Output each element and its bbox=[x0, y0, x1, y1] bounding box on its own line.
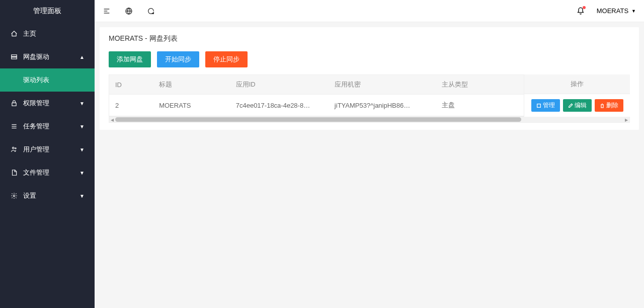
sidebar-item-label: 主页 bbox=[23, 29, 85, 38]
sidebar-subitem-label: 驱动列表 bbox=[23, 75, 49, 85]
stop-sync-button[interactable]: 停止同步 bbox=[205, 51, 248, 67]
col-action: 操作 bbox=[524, 74, 630, 94]
chevron-down-icon: ▼ bbox=[79, 101, 85, 106]
home-icon bbox=[10, 30, 18, 38]
cell-master-type: 主盘 bbox=[436, 95, 533, 116]
chevron-down-icon: ▼ bbox=[79, 170, 85, 176]
cell-id: 2 bbox=[109, 95, 153, 116]
manage-button[interactable]: 管理 bbox=[531, 99, 560, 112]
horizontal-scrollbar[interactable]: ◀ ▶ bbox=[109, 117, 630, 123]
chevron-up-icon: ▲ bbox=[79, 54, 85, 60]
svg-point-8 bbox=[13, 195, 15, 197]
col-title: 标题 bbox=[153, 75, 230, 95]
sidebar-subitem-drive-list[interactable]: 驱动列表 bbox=[0, 68, 95, 92]
svg-rect-0 bbox=[12, 55, 17, 57]
gear-icon bbox=[10, 192, 18, 200]
sidebar-item-drive[interactable]: 网盘驱动 ▲ bbox=[0, 45, 95, 68]
sidebar-item-tasks[interactable]: 任务管理 ▼ bbox=[0, 115, 95, 138]
lock-icon bbox=[10, 99, 18, 107]
files-icon bbox=[10, 169, 18, 177]
svg-rect-13 bbox=[537, 104, 540, 107]
col-master-type: 主从类型 bbox=[436, 75, 533, 95]
col-app-id: 应用ID bbox=[230, 75, 329, 95]
user-name: MOERATS bbox=[597, 7, 628, 15]
sidebar-item-label: 设置 bbox=[23, 191, 79, 200]
edit-button[interactable]: 编辑 bbox=[563, 99, 592, 112]
sidebar-item-settings[interactable]: 设置 ▼ bbox=[0, 184, 95, 207]
tasks-icon bbox=[10, 122, 18, 130]
sidebar-item-files[interactable]: 文件管理 ▼ bbox=[0, 161, 95, 184]
add-disk-button[interactable]: 添加网盘 bbox=[109, 51, 151, 67]
refresh-icon[interactable] bbox=[147, 7, 155, 15]
users-icon bbox=[10, 145, 18, 153]
chevron-down-icon: ▼ bbox=[79, 193, 85, 199]
user-menu[interactable]: MOERATS ▼ bbox=[597, 7, 636, 15]
scroll-right-icon[interactable]: ▶ bbox=[623, 117, 629, 123]
chevron-down-icon: ▼ bbox=[631, 9, 636, 14]
sidebar-item-permission[interactable]: 权限管理 ▼ bbox=[0, 92, 95, 115]
page-title: MOERATS - 网盘列表 bbox=[109, 34, 630, 43]
sidebar-item-label: 用户管理 bbox=[23, 145, 79, 154]
sidebar-item-label: 网盘驱动 bbox=[23, 52, 79, 61]
sidebar-item-home[interactable]: 主页 bbox=[0, 22, 95, 45]
svg-rect-1 bbox=[12, 57, 17, 59]
cell-app-id: 7c4ee017-18ca-4e28-8… bbox=[230, 95, 329, 116]
sidebar-item-users[interactable]: 用户管理 ▼ bbox=[0, 138, 95, 161]
cell-app-secret: jiTYAMP53?^janipHB86… bbox=[329, 95, 436, 116]
notification-dot bbox=[583, 6, 586, 9]
sidebar-item-label: 文件管理 bbox=[23, 168, 79, 177]
globe-icon[interactable] bbox=[125, 7, 133, 15]
menu-toggle-icon[interactable] bbox=[103, 7, 111, 15]
sidebar-item-label: 任务管理 bbox=[23, 122, 79, 131]
drive-icon bbox=[10, 53, 18, 61]
sidebar-item-label: 权限管理 bbox=[23, 99, 79, 108]
chevron-down-icon: ▼ bbox=[79, 124, 85, 129]
chevron-down-icon: ▼ bbox=[79, 147, 85, 152]
notifications-icon[interactable] bbox=[577, 7, 585, 15]
svg-rect-2 bbox=[12, 103, 16, 106]
svg-point-6 bbox=[13, 147, 15, 149]
col-id: ID bbox=[109, 75, 153, 95]
col-app-secret: 应用机密 bbox=[329, 75, 436, 95]
cell-title: MOERATS bbox=[153, 95, 230, 116]
delete-button[interactable]: 删除 bbox=[595, 99, 623, 112]
scrollbar-thumb[interactable] bbox=[115, 117, 521, 122]
svg-point-7 bbox=[15, 148, 16, 149]
sidebar-title: 管理面板 bbox=[0, 0, 95, 22]
scroll-left-icon[interactable]: ◀ bbox=[109, 117, 115, 123]
start-sync-button[interactable]: 开始同步 bbox=[157, 51, 199, 67]
